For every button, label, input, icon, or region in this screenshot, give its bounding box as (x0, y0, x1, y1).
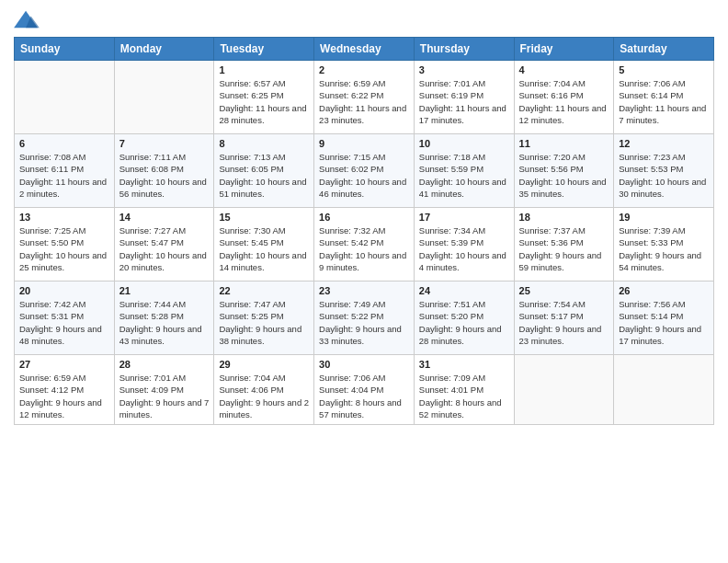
day-number: 27 (19, 359, 109, 370)
day-number: 8 (219, 138, 309, 149)
calendar-header-wednesday: Wednesday (314, 38, 415, 61)
day-info: Sunrise: 7:34 AMSunset: 5:39 PMDaylight:… (419, 224, 509, 273)
day-number: 18 (519, 212, 609, 223)
calendar-cell: 4Sunrise: 7:04 AMSunset: 6:16 PMDaylight… (514, 61, 614, 134)
day-info: Sunrise: 7:11 AMSunset: 6:08 PMDaylight:… (119, 151, 210, 200)
logo-icon (14, 9, 40, 31)
day-info: Sunrise: 6:57 AMSunset: 6:25 PMDaylight:… (219, 77, 309, 126)
day-info: Sunrise: 7:01 AMSunset: 6:19 PMDaylight:… (419, 77, 509, 126)
calendar-cell: 10Sunrise: 7:18 AMSunset: 5:59 PMDayligh… (414, 134, 514, 208)
day-number: 14 (119, 212, 210, 223)
day-number: 30 (319, 359, 409, 370)
day-number: 1 (219, 64, 309, 75)
day-number: 9 (319, 138, 409, 149)
calendar-header-saturday: Saturday (614, 38, 714, 61)
day-info: Sunrise: 6:59 AMSunset: 4:12 PMDaylight:… (19, 372, 109, 420)
day-info: Sunrise: 7:18 AMSunset: 5:59 PMDaylight:… (419, 151, 509, 200)
day-info: Sunrise: 7:42 AMSunset: 5:31 PMDaylight:… (19, 298, 109, 347)
day-number: 12 (619, 138, 709, 149)
day-info: Sunrise: 7:56 AMSunset: 5:14 PMDaylight:… (619, 298, 709, 347)
calendar-cell: 13Sunrise: 7:25 AMSunset: 5:50 PMDayligh… (15, 208, 115, 282)
day-info: Sunrise: 7:06 AMSunset: 4:04 PMDaylight:… (319, 372, 409, 420)
day-number: 7 (119, 138, 210, 149)
calendar-cell (15, 61, 115, 134)
calendar-cell: 20Sunrise: 7:42 AMSunset: 5:31 PMDayligh… (15, 282, 115, 355)
day-number: 24 (419, 285, 509, 296)
calendar-cell: 25Sunrise: 7:54 AMSunset: 5:17 PMDayligh… (514, 282, 614, 355)
calendar-week-row: 6Sunrise: 7:08 AMSunset: 6:11 PMDaylight… (15, 134, 714, 208)
calendar-cell: 21Sunrise: 7:44 AMSunset: 5:28 PMDayligh… (114, 282, 214, 355)
logo (14, 9, 43, 31)
calendar-cell: 18Sunrise: 7:37 AMSunset: 5:36 PMDayligh… (514, 208, 614, 282)
day-number: 22 (219, 285, 309, 296)
day-info: Sunrise: 7:20 AMSunset: 5:56 PMDaylight:… (519, 151, 609, 200)
day-info: Sunrise: 7:04 AMSunset: 4:06 PMDaylight:… (219, 372, 309, 420)
calendar-cell: 26Sunrise: 7:56 AMSunset: 5:14 PMDayligh… (614, 282, 714, 355)
day-info: Sunrise: 7:13 AMSunset: 6:05 PMDaylight:… (219, 151, 309, 200)
calendar-cell: 12Sunrise: 7:23 AMSunset: 5:53 PMDayligh… (614, 134, 714, 208)
calendar-header-thursday: Thursday (414, 38, 514, 61)
calendar-cell: 24Sunrise: 7:51 AMSunset: 5:20 PMDayligh… (414, 282, 514, 355)
calendar-cell (114, 61, 214, 134)
calendar-cell: 19Sunrise: 7:39 AMSunset: 5:33 PMDayligh… (614, 208, 714, 282)
day-number: 23 (319, 285, 409, 296)
day-info: Sunrise: 7:54 AMSunset: 5:17 PMDaylight:… (519, 298, 609, 347)
calendar-cell: 14Sunrise: 7:27 AMSunset: 5:47 PMDayligh… (114, 208, 214, 282)
day-number: 31 (419, 359, 509, 370)
day-number: 20 (19, 285, 109, 296)
day-info: Sunrise: 7:27 AMSunset: 5:47 PMDaylight:… (119, 224, 210, 273)
calendar-header-friday: Friday (514, 38, 614, 61)
calendar-cell: 5Sunrise: 7:06 AMSunset: 6:14 PMDaylight… (614, 61, 714, 134)
calendar-cell: 30Sunrise: 7:06 AMSunset: 4:04 PMDayligh… (314, 355, 415, 425)
day-info: Sunrise: 7:09 AMSunset: 4:01 PMDaylight:… (419, 372, 509, 420)
day-info: Sunrise: 7:23 AMSunset: 5:53 PMDaylight:… (619, 151, 709, 200)
calendar-cell: 28Sunrise: 7:01 AMSunset: 4:09 PMDayligh… (114, 355, 214, 425)
day-number: 26 (619, 285, 709, 296)
calendar-header-sunday: Sunday (15, 38, 115, 61)
day-info: Sunrise: 7:51 AMSunset: 5:20 PMDaylight:… (419, 298, 509, 347)
day-info: Sunrise: 7:06 AMSunset: 6:14 PMDaylight:… (619, 77, 709, 126)
calendar-cell (514, 355, 614, 425)
day-info: Sunrise: 7:01 AMSunset: 4:09 PMDaylight:… (119, 372, 210, 420)
calendar-header-monday: Monday (114, 38, 214, 61)
day-info: Sunrise: 6:59 AMSunset: 6:22 PMDaylight:… (319, 77, 409, 126)
calendar-cell: 1Sunrise: 6:57 AMSunset: 6:25 PMDaylight… (214, 61, 314, 134)
calendar-cell: 23Sunrise: 7:49 AMSunset: 5:22 PMDayligh… (314, 282, 415, 355)
day-number: 11 (519, 138, 609, 149)
calendar-cell: 7Sunrise: 7:11 AMSunset: 6:08 PMDaylight… (114, 134, 214, 208)
day-number: 13 (19, 212, 109, 223)
day-info: Sunrise: 7:49 AMSunset: 5:22 PMDaylight:… (319, 298, 409, 347)
calendar-cell: 22Sunrise: 7:47 AMSunset: 5:25 PMDayligh… (214, 282, 314, 355)
calendar-cell: 17Sunrise: 7:34 AMSunset: 5:39 PMDayligh… (414, 208, 514, 282)
day-info: Sunrise: 7:08 AMSunset: 6:11 PMDaylight:… (19, 151, 109, 200)
day-number: 19 (619, 212, 709, 223)
day-number: 10 (419, 138, 509, 149)
calendar-cell: 8Sunrise: 7:13 AMSunset: 6:05 PMDaylight… (214, 134, 314, 208)
day-info: Sunrise: 7:39 AMSunset: 5:33 PMDaylight:… (619, 224, 709, 273)
calendar-cell: 31Sunrise: 7:09 AMSunset: 4:01 PMDayligh… (414, 355, 514, 425)
calendar-cell: 9Sunrise: 7:15 AMSunset: 6:02 PMDaylight… (314, 134, 415, 208)
day-info: Sunrise: 7:47 AMSunset: 5:25 PMDaylight:… (219, 298, 309, 347)
calendar-cell: 29Sunrise: 7:04 AMSunset: 4:06 PMDayligh… (214, 355, 314, 425)
day-info: Sunrise: 7:04 AMSunset: 6:16 PMDaylight:… (519, 77, 609, 126)
day-number: 16 (319, 212, 409, 223)
calendar-cell: 3Sunrise: 7:01 AMSunset: 6:19 PMDaylight… (414, 61, 514, 134)
day-number: 6 (19, 138, 109, 149)
day-number: 4 (519, 64, 609, 75)
day-info: Sunrise: 7:15 AMSunset: 6:02 PMDaylight:… (319, 151, 409, 200)
day-info: Sunrise: 7:32 AMSunset: 5:42 PMDaylight:… (319, 224, 409, 273)
calendar-cell: 11Sunrise: 7:20 AMSunset: 5:56 PMDayligh… (514, 134, 614, 208)
calendar-week-row: 1Sunrise: 6:57 AMSunset: 6:25 PMDaylight… (15, 61, 714, 134)
calendar-cell: 16Sunrise: 7:32 AMSunset: 5:42 PMDayligh… (314, 208, 415, 282)
day-number: 21 (119, 285, 210, 296)
page-header (14, 9, 714, 31)
calendar-cell: 6Sunrise: 7:08 AMSunset: 6:11 PMDaylight… (15, 134, 115, 208)
calendar-header-tuesday: Tuesday (214, 38, 314, 61)
calendar-cell (614, 355, 714, 425)
day-number: 28 (119, 359, 210, 370)
day-number: 3 (419, 64, 509, 75)
day-number: 5 (619, 64, 709, 75)
calendar-week-row: 20Sunrise: 7:42 AMSunset: 5:31 PMDayligh… (15, 282, 714, 355)
calendar-week-row: 27Sunrise: 6:59 AMSunset: 4:12 PMDayligh… (15, 355, 714, 425)
calendar-header-row: SundayMondayTuesdayWednesdayThursdayFrid… (15, 38, 714, 61)
